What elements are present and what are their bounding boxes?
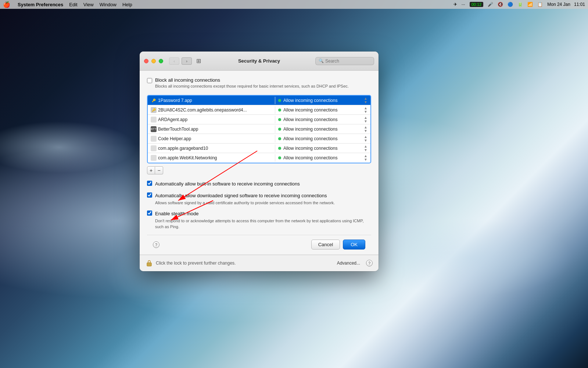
search-icon: 🔍 — [319, 59, 324, 63]
status-dot — [278, 137, 281, 140]
menubar-ellipsis: ··· — [462, 2, 465, 7]
block-connections-checkbox[interactable] — [147, 78, 152, 83]
app-icon — [151, 145, 157, 151]
status-dot — [278, 109, 281, 112]
app-list-container: 🔑 1Password 7.app Allow incoming connect… — [147, 95, 371, 163]
status-dot — [278, 118, 281, 121]
app-name-label: 2BUA8C4S2C.com.agilebits.onepassword4... — [158, 107, 247, 113]
menu-view[interactable]: View — [83, 2, 94, 7]
dialog-buttons: ? Cancel OK — [147, 235, 371, 255]
app-name-label: ARDAgent.app — [158, 117, 187, 122]
menubar-location-icon: ✈ — [453, 2, 457, 7]
block-connections-row: Block all incoming connections Blocks al… — [147, 77, 371, 89]
menubar-notification-icon: 📋 — [537, 2, 543, 7]
app-icon — [151, 136, 157, 142]
table-row[interactable]: com.apple.garageband10 Allow incoming co… — [148, 144, 370, 153]
status-dot — [278, 156, 281, 159]
menu-edit[interactable]: Edit — [69, 2, 77, 7]
app-status-text: Allow incoming connections — [283, 127, 362, 132]
bottom-lock-bar: Click the lock to prevent further change… — [140, 255, 379, 271]
app-icon — [151, 155, 157, 161]
system-preferences-window: ‹ › ⊞ Security & Privacy 🔍 Block all inc… — [140, 52, 379, 271]
app-name-label: com.apple.garageband10 — [158, 146, 208, 151]
block-connections-description: Blocks all incoming connections except t… — [155, 84, 349, 89]
table-row[interactable]: 🔑 2BUA8C4S2C.com.agilebits.onepassword4.… — [148, 105, 370, 115]
stealth-mode-checkbox[interactable] — [147, 210, 152, 216]
status-dot — [278, 147, 281, 150]
minimize-button[interactable] — [151, 59, 156, 63]
close-button[interactable] — [144, 59, 148, 63]
status-dot — [278, 128, 281, 131]
window-title: Security & Privacy — [238, 58, 280, 64]
app-status-text: Allow incoming connections — [283, 117, 362, 122]
auto-signed-row: Automatically allow downloaded signed so… — [147, 192, 371, 206]
forward-button[interactable]: › — [182, 57, 192, 65]
menubar-wifi-icon: 📶 — [527, 2, 533, 7]
menubar-datetime: Mon 24 Jan 11:01 — [547, 2, 585, 7]
app-icon: 🔑 — [151, 98, 157, 103]
menubar-timer: 00:12 — [470, 2, 484, 7]
auto-signed-description: Allows software signed by a valid certif… — [155, 200, 335, 206]
app-name-menu[interactable]: System Preferences — [18, 2, 63, 7]
table-row[interactable]: com.apple.WebKit.Networking Allow incomi… — [148, 153, 370, 163]
app-name-label: com.apple.WebKit.Networking — [158, 155, 217, 160]
menubar-battery-icon: 🔋 — [517, 2, 523, 7]
stepper-icon[interactable]: ▲▼ — [364, 116, 368, 123]
stealth-mode-description: Don't respond to or acknowledge attempts… — [155, 218, 371, 230]
help-button[interactable]: ? — [366, 260, 373, 266]
back-button[interactable]: ‹ — [169, 57, 179, 65]
ok-button[interactable]: OK — [343, 240, 365, 250]
app-icon: 🔑 — [151, 107, 157, 113]
table-row[interactable]: ARDAgent.app Allow incoming connections … — [148, 115, 370, 124]
advanced-button[interactable]: Advanced... — [337, 261, 360, 266]
table-row[interactable]: 🔑 1Password 7.app Allow incoming connect… — [148, 96, 370, 105]
search-box[interactable]: 🔍 — [315, 57, 374, 65]
stepper-icon[interactable]: ▲▼ — [364, 145, 368, 152]
dialog-help-button[interactable]: ? — [153, 241, 159, 248]
app-icon — [151, 117, 157, 123]
cancel-button[interactable]: Cancel — [311, 240, 340, 250]
stepper-icon[interactable]: ▲▼ — [364, 97, 368, 104]
app-name-label: BetterTouchTool.app — [158, 127, 198, 132]
auto-builtin-label: Automatically allow built-in software to… — [155, 181, 300, 187]
app-name-label: 1Password 7.app — [158, 98, 192, 103]
stepper-icon[interactable]: ▲▼ — [364, 125, 368, 133]
app-status-text: Allow incoming connections — [283, 146, 362, 151]
stealth-mode-row: Enable stealth mode Don't respond to or … — [147, 210, 371, 230]
status-dot — [278, 99, 281, 102]
menubar-bt-icon: 🔵 — [508, 2, 513, 7]
app-status-text: Allow incoming connections — [283, 136, 362, 141]
stepper-icon[interactable]: ▲▼ — [364, 106, 368, 114]
search-input[interactable] — [325, 59, 371, 64]
auto-builtin-checkbox[interactable] — [147, 181, 152, 186]
lock-text: Click the lock to prevent further change… — [156, 261, 236, 266]
auto-signed-label: Automatically allow downloaded signed so… — [155, 193, 327, 198]
menubar: 🍎 System Preferences Edit View Window He… — [0, 0, 588, 9]
app-status-text: Allow incoming connections — [283, 155, 362, 160]
apple-menu[interactable]: 🍎 — [3, 1, 10, 8]
stepper-icon[interactable]: ▲▼ — [364, 154, 368, 162]
table-row[interactable]: BTT BetterTouchTool.app Allow incoming c… — [148, 124, 370, 134]
stealth-mode-label: Enable stealth mode — [155, 211, 199, 216]
auto-signed-checkbox[interactable] — [147, 192, 152, 198]
app-status-text: Allow incoming connections — [283, 98, 362, 103]
grid-button[interactable]: ⊞ — [196, 57, 201, 64]
svg-rect-0 — [147, 263, 151, 266]
maximize-button[interactable] — [159, 59, 163, 63]
app-icon: BTT — [151, 126, 157, 132]
menu-window[interactable]: Window — [100, 2, 116, 7]
lock-icon[interactable] — [146, 259, 153, 267]
add-app-button[interactable]: + — [147, 166, 155, 174]
app-name-label: Code Helper.app — [158, 136, 191, 141]
app-status-text: Allow incoming connections — [283, 107, 362, 113]
table-row[interactable]: Code Helper.app Allow incoming connectio… — [148, 134, 370, 144]
stepper-icon[interactable]: ▲▼ — [364, 135, 368, 142]
auto-builtin-row: Automatically allow built-in software to… — [147, 180, 371, 187]
firewall-settings-content: Block all incoming connections Blocks al… — [140, 71, 379, 255]
titlebar: ‹ › ⊞ Security & Privacy 🔍 — [140, 52, 379, 71]
add-remove-buttons: + − — [147, 166, 371, 174]
remove-app-button[interactable]: − — [155, 166, 163, 174]
menu-help[interactable]: Help — [122, 2, 132, 7]
block-connections-label: Block all incoming connections — [155, 77, 349, 83]
menubar-mute-icon: 🔇 — [498, 2, 503, 7]
